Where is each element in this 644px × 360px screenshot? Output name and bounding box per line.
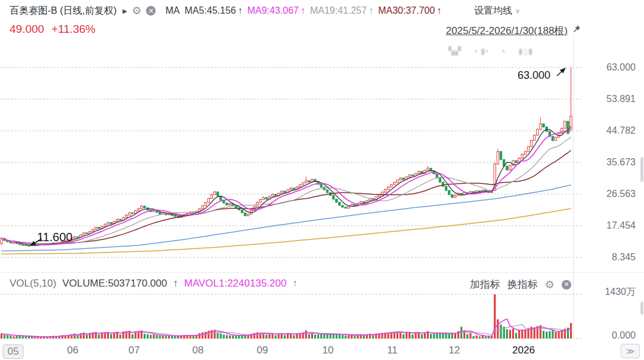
- low-price-annotation: 11.600: [37, 230, 73, 244]
- price-axis-label: 53.891: [581, 94, 636, 104]
- volume-axis-label: 0.000: [581, 330, 636, 341]
- volume-axis-label: 1430万: [581, 286, 636, 299]
- vol-indicator-label: VOL(5,10): [10, 278, 56, 290]
- price-axis-label: 8.345: [581, 252, 636, 263]
- ghost-tool-icon-3[interactable]: ▪: [502, 47, 506, 56]
- price-axis-label: 63.000: [581, 62, 636, 73]
- gear-icon[interactable]: ⚙: [132, 5, 141, 16]
- instrument-title: 百奥赛图-B (日线,前复权): [10, 5, 117, 17]
- close-icon[interactable]: ✕: [146, 6, 156, 16]
- volume-header: VOL(5,10) VOLUME:5037170.000 ↑ MAVOL1:22…: [10, 278, 298, 290]
- x-axis-label-2026: 2026: [512, 344, 535, 356]
- ma30-legend: MA30:37.700↑: [378, 5, 441, 16]
- switch-indicator-button[interactable]: 换指标: [507, 278, 538, 291]
- price-axis-label: 35.673: [581, 157, 636, 168]
- ghost-tool-icon-4[interactable]: ▮▯▮: [519, 47, 533, 56]
- chart-canvas[interactable]: [0, 0, 644, 360]
- price-row: 49.000 +11.36%: [10, 23, 95, 36]
- x-axis-label-07: 07: [129, 344, 140, 356]
- up-arrow-icon: ↑: [369, 5, 373, 16]
- mavol1-value: MAVOL1:2240135.200: [184, 278, 287, 290]
- ghost-toolbar: ▚▞ ▪ ▮▪ ▪ ▮▯▮: [448, 47, 533, 56]
- up-arrow-icon: ↑: [301, 5, 305, 16]
- pin-icon[interactable]: [572, 24, 581, 33]
- gear-icon[interactable]: ⚙: [545, 279, 555, 290]
- x-axis-label-12: 12: [449, 344, 460, 356]
- add-indicator-button[interactable]: 加指标: [470, 278, 500, 291]
- x-axis-label-09: 09: [257, 344, 268, 356]
- ghost-tool-icon-1[interactable]: ▚▞: [448, 47, 462, 56]
- price-axis-label: 26.563: [581, 189, 636, 199]
- ma-settings-button[interactable]: 设置均线 ∨: [474, 5, 520, 17]
- price-axis-label: 17.454: [581, 220, 636, 231]
- change-percent: +11.36%: [51, 23, 95, 36]
- expand-arrow-icon[interactable]: ▶: [123, 8, 128, 14]
- ma19-legend: MA19:41.257↑: [310, 5, 373, 16]
- close-icon[interactable]: ✕: [562, 280, 571, 290]
- x-axis-label-06: 06: [67, 344, 79, 356]
- up-arrow-icon: ↑: [173, 278, 178, 290]
- ghost-tool-icon-2[interactable]: ▪ ▮▪: [475, 47, 489, 56]
- scrollbar-thumb[interactable]: [640, 301, 643, 315]
- x-axis-label-05: 05: [3, 344, 24, 359]
- chevron-down-icon: ∨: [515, 7, 520, 15]
- last-price: 49.000: [10, 23, 44, 36]
- ma9-legend: MA9:43.067↑: [247, 5, 305, 16]
- pane-separator: [0, 272, 644, 273]
- date-range-link[interactable]: 2025/5/2-2026/1/30(188根): [446, 24, 568, 38]
- x-axis-label-08: 08: [193, 344, 204, 356]
- ma5-legend: MA5:45.156↑: [184, 5, 242, 16]
- ma-legend-title: MA: [165, 5, 179, 16]
- up-arrow-icon: ↑: [292, 278, 298, 290]
- chart-header: 百奥赛图-B (日线,前复权) ▶ ⚙ ✕ MA MA5:45.156↑ MA9…: [10, 4, 441, 18]
- stock-chart-app: 百奥赛图-B (日线,前复权) ▶ ⚙ ✕ MA MA5:45.156↑ MA9…: [0, 0, 644, 360]
- axis-separator: [573, 37, 574, 339]
- scroll-right-button[interactable]: ≫: [621, 344, 640, 358]
- price-axis-label: 44.782: [581, 125, 636, 136]
- volume-pane-buttons: 加指标 换指标 ⚙ ✕: [470, 278, 571, 291]
- high-price-annotation: 63.000: [518, 69, 550, 82]
- up-arrow-icon: ↑: [436, 5, 441, 16]
- up-arrow-icon: ↑: [238, 5, 243, 16]
- scrollbar-thumb[interactable]: [640, 157, 643, 182]
- volume-value: VOLUME:5037170.000: [62, 278, 167, 290]
- x-axis-label-10: 10: [323, 344, 334, 356]
- x-axis-label-11: 11: [387, 344, 398, 356]
